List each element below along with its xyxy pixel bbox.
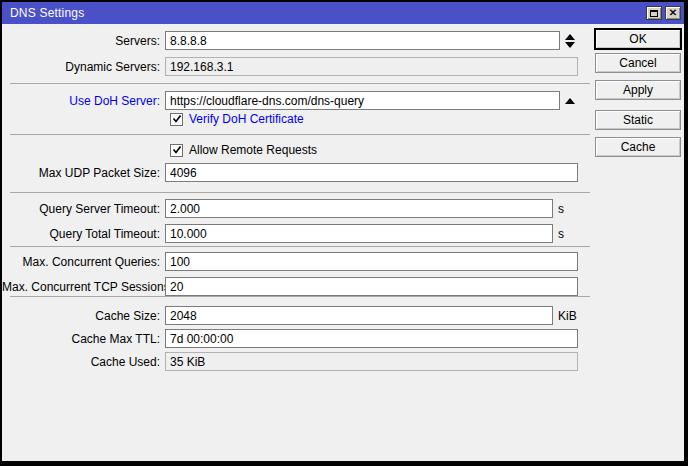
cache-used-row: Cache Used: [2, 352, 684, 371]
dns-settings-window: DNS Settings ✕ Servers: Dynamic Servers:… [0, 0, 688, 466]
query-server-timeout-unit: s [558, 202, 564, 216]
cache-max-ttl-input[interactable] [165, 329, 578, 348]
check-icon [172, 145, 182, 155]
query-server-timeout-label: Query Server Timeout: [2, 202, 165, 216]
cache-size-input[interactable] [165, 306, 553, 325]
verify-doh-checkbox[interactable] [170, 113, 183, 126]
doh-server-label[interactable]: Use DoH Server: [2, 94, 165, 108]
form-area: Servers: Dynamic Servers: Use DoH Server… [2, 24, 684, 371]
doh-collapse-button[interactable] [561, 91, 579, 110]
max-concurrent-queries-input[interactable] [165, 252, 578, 271]
max-udp-row: Max UDP Packet Size: [2, 163, 684, 182]
cache-size-label: Cache Size: [2, 309, 165, 323]
verify-doh-label[interactable]: Verify DoH Certificate [189, 112, 304, 126]
allow-remote-checkbox[interactable] [170, 144, 183, 157]
separator [10, 296, 590, 297]
query-server-timeout-row: Query Server Timeout: s [2, 199, 684, 218]
max-concurrent-queries-label: Max. Concurrent Queries: [2, 255, 165, 269]
max-concurrent-tcp-input[interactable] [165, 277, 578, 296]
max-udp-input[interactable] [165, 163, 578, 182]
cancel-button[interactable]: Cancel [595, 53, 681, 73]
separator [10, 246, 590, 247]
cache-button[interactable]: Cache [595, 137, 681, 157]
button-column: OK Cancel Apply Static Cache [595, 2, 683, 202]
doh-server-input[interactable] [165, 91, 560, 110]
up-arrow-icon [565, 34, 575, 40]
servers-label: Servers: [2, 34, 165, 48]
dynamic-servers-field [165, 57, 578, 76]
window-title: DNS Settings [10, 6, 643, 20]
separator [10, 134, 590, 135]
collapse-up-icon [565, 98, 575, 104]
servers-updown-button[interactable] [561, 31, 579, 50]
separator [10, 83, 590, 84]
apply-button[interactable]: Apply [595, 80, 681, 100]
cache-size-row: Cache Size: KiB [2, 306, 684, 325]
ok-button[interactable]: OK [595, 29, 681, 49]
separator [10, 192, 590, 193]
cache-size-unit: KiB [558, 309, 577, 323]
max-concurrent-tcp-label: Max. Concurrent TCP Sessions: [2, 280, 165, 294]
max-udp-label: Max UDP Packet Size: [2, 166, 165, 180]
dynamic-servers-label: Dynamic Servers: [2, 60, 165, 74]
max-concurrent-tcp-row: Max. Concurrent TCP Sessions: [2, 277, 684, 296]
cache-used-label: Cache Used: [2, 355, 165, 369]
cache-max-ttl-label: Cache Max TTL: [2, 332, 165, 346]
servers-input[interactable] [165, 31, 560, 50]
cache-max-ttl-row: Cache Max TTL: [2, 329, 684, 348]
title-bar[interactable]: DNS Settings ✕ [2, 2, 684, 24]
check-icon [172, 114, 182, 124]
query-total-timeout-label: Query Total Timeout: [2, 227, 165, 241]
query-total-timeout-input[interactable] [165, 224, 553, 243]
cache-used-field [165, 352, 578, 371]
allow-remote-label[interactable]: Allow Remote Requests [189, 143, 317, 157]
doh-server-row: Use DoH Server: [2, 91, 684, 110]
query-server-timeout-input[interactable] [165, 199, 553, 218]
dynamic-servers-row: Dynamic Servers: [2, 57, 684, 76]
down-arrow-icon [565, 42, 575, 48]
servers-row: Servers: [2, 31, 684, 50]
static-button[interactable]: Static [595, 110, 681, 130]
max-concurrent-queries-row: Max. Concurrent Queries: [2, 252, 684, 271]
query-total-timeout-unit: s [558, 227, 564, 241]
query-total-timeout-row: Query Total Timeout: s [2, 224, 684, 243]
